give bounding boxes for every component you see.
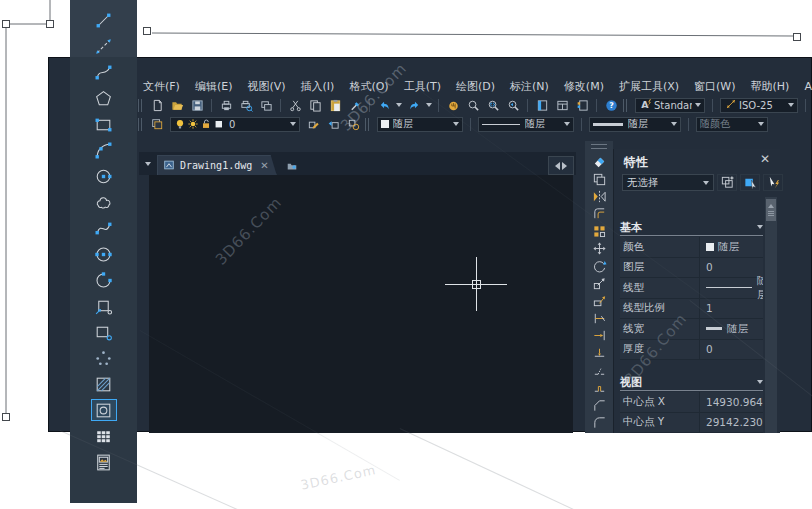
design-center-button[interactable]: [553, 97, 571, 113]
layer-manager-button[interactable]: [148, 116, 166, 132]
mtext-tool-button[interactable]: [91, 451, 117, 473]
copy-button[interactable]: [588, 170, 610, 187]
toolbar-grip[interactable]: [365, 118, 369, 131]
property-value[interactable]: 0: [700, 261, 763, 273]
construction-line-tool-button[interactable]: [91, 35, 117, 57]
menu-item-4[interactable]: 格式(O): [349, 79, 388, 94]
break-button[interactable]: [588, 362, 610, 379]
menu-item-10[interactable]: 窗口(W): [694, 79, 735, 94]
zoom-realtime-button[interactable]: [464, 97, 482, 113]
set-layer-current-button[interactable]: [304, 116, 322, 132]
menu-item-12[interactable]: APP+: [804, 80, 812, 93]
menu-item-0[interactable]: 文件(F): [143, 79, 180, 94]
ellipse-arc-tool-button[interactable]: [91, 269, 117, 291]
scrollbar-thumb[interactable]: [766, 199, 776, 221]
open-button[interactable]: [168, 97, 186, 113]
toolbar-grip[interactable]: [591, 144, 607, 149]
tab-close-icon[interactable]: ✕: [257, 161, 268, 171]
array-button[interactable]: [588, 223, 610, 240]
section-header[interactable]: 基本: [620, 219, 763, 236]
circle-tool-button[interactable]: [91, 165, 117, 187]
menu-item-3[interactable]: 插入(I): [301, 79, 335, 94]
toolbar-grip[interactable]: [138, 118, 142, 131]
point-tool-button[interactable]: [91, 347, 117, 369]
menu-item-8[interactable]: 修改(M): [564, 79, 604, 94]
rotate-button[interactable]: [588, 257, 610, 274]
insert-block-tool-button[interactable]: [91, 295, 117, 317]
table-tool-button[interactable]: [91, 425, 117, 447]
property-row[interactable]: 中心点 X 14930.9648: [620, 392, 763, 413]
property-value[interactable]: 29142.2305: [700, 416, 763, 428]
polyline-tool-button[interactable]: [91, 61, 117, 83]
property-row[interactable]: 线宽 随层: [620, 319, 763, 340]
new-button[interactable]: [148, 97, 166, 113]
selection-combo[interactable]: 无选择: [622, 174, 714, 191]
menu-item-2[interactable]: 视图(V): [247, 79, 285, 94]
polygon-tool-button[interactable]: [91, 87, 117, 109]
break-at-point-button[interactable]: [588, 344, 610, 361]
pickadd-toggle-button[interactable]: [763, 174, 783, 191]
property-value[interactable]: 0: [700, 343, 763, 355]
undo-button[interactable]: [375, 97, 393, 113]
rectangle-tool-button[interactable]: [91, 113, 117, 135]
menu-item-7[interactable]: 标注(N): [510, 79, 549, 94]
linetype-control-combo[interactable]: 随层: [478, 117, 574, 132]
join-button[interactable]: [588, 379, 610, 396]
revision-cloud-tool-button[interactable]: [91, 191, 117, 213]
properties-palette-button[interactable]: [533, 97, 551, 113]
property-row[interactable]: 厚度 0: [620, 340, 763, 361]
layer-states-button[interactable]: [344, 116, 362, 132]
property-row[interactable]: 线型比例 1: [620, 299, 763, 320]
spline-tool-button[interactable]: [91, 217, 117, 239]
property-value[interactable]: 1: [700, 302, 763, 314]
tab-drawing1[interactable]: Drawing1.dwg ✕: [157, 155, 277, 175]
menu-item-5[interactable]: 工具(T): [404, 79, 441, 94]
property-row[interactable]: 线型 随层: [620, 278, 763, 299]
redo-button[interactable]: [405, 97, 423, 113]
fillet-button[interactable]: [588, 414, 610, 431]
tab-list-button[interactable]: [141, 157, 154, 171]
copy-clip-button[interactable]: [306, 97, 324, 113]
match-properties-button[interactable]: [346, 97, 364, 113]
plot-style-combo[interactable]: 随颜色: [696, 117, 768, 132]
color-control-combo[interactable]: 随层: [377, 117, 463, 132]
scale-button[interactable]: [588, 275, 610, 292]
property-value[interactable]: 随层: [700, 240, 763, 254]
property-row[interactable]: 中心点 Y 29142.2305: [620, 413, 763, 434]
new-tab-button[interactable]: [281, 157, 303, 175]
mirror-button[interactable]: [588, 188, 610, 205]
trim-button[interactable]: [588, 310, 610, 327]
property-value[interactable]: 随层: [700, 322, 763, 336]
erase-button[interactable]: [588, 153, 610, 170]
property-value[interactable]: 随层: [700, 274, 763, 302]
text-style-combo[interactable]: A Standard: [635, 98, 705, 113]
section-header[interactable]: 视图: [620, 374, 763, 391]
offset-button[interactable]: [588, 205, 610, 222]
undo-dropdown[interactable]: [395, 97, 403, 113]
zoom-previous-button[interactable]: [504, 97, 522, 113]
hatch-tool-button[interactable]: [91, 373, 117, 395]
menu-item-9[interactable]: 扩展工具(X): [619, 79, 679, 94]
paste-button[interactable]: [326, 97, 344, 113]
property-row[interactable]: 颜色 随层: [620, 237, 763, 258]
help-button[interactable]: ?: [602, 97, 620, 113]
pan-button[interactable]: [444, 97, 462, 113]
dim-style-combo[interactable]: ISO-25: [720, 98, 798, 113]
tab-scroll-button[interactable]: [548, 156, 574, 175]
region-tool-button[interactable]: [91, 399, 117, 421]
line-tool-button[interactable]: [91, 9, 117, 31]
redo-dropdown[interactable]: [425, 97, 433, 113]
select-objects-button[interactable]: [740, 174, 760, 191]
close-icon[interactable]: ✕: [760, 153, 770, 165]
tool-palettes-button[interactable]: [573, 97, 591, 113]
property-value[interactable]: 14930.9648: [700, 396, 763, 408]
quick-select-button[interactable]: [717, 174, 737, 191]
menu-item-1[interactable]: 编辑(E): [195, 79, 233, 94]
publish-button[interactable]: [257, 97, 275, 113]
stretch-button[interactable]: [588, 292, 610, 309]
menu-item-11[interactable]: 帮助(H): [751, 79, 790, 94]
ellipse-tool-button[interactable]: [91, 243, 117, 265]
toolbar-grip[interactable]: [623, 99, 627, 112]
make-block-tool-button[interactable]: [91, 321, 117, 343]
drawing-canvas[interactable]: [149, 175, 573, 433]
